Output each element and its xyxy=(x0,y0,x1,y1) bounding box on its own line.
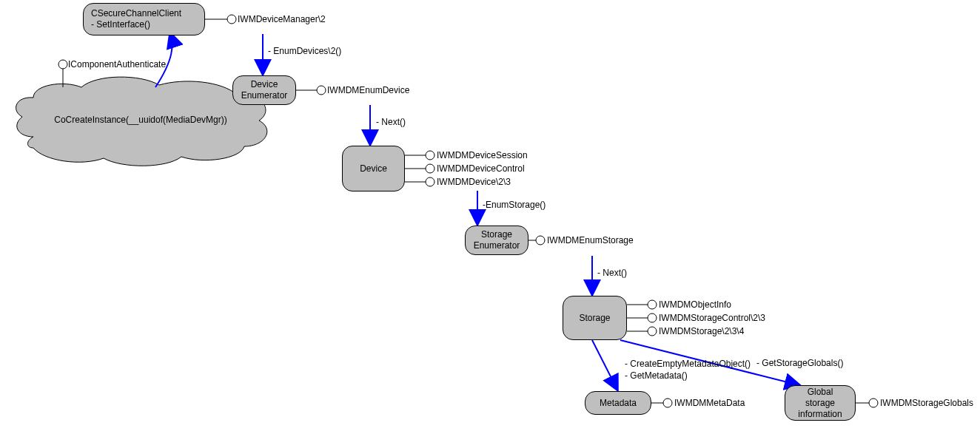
iface-devcontrol: IWMDMDeviceControl xyxy=(437,163,525,174)
iface-compauth: IComponentAuthenticate xyxy=(68,59,166,69)
node-metadata: Metadata xyxy=(585,391,651,415)
iface-enumdevice: IWMDMEnumDevice xyxy=(327,85,409,95)
edge-next1: - Next() xyxy=(376,117,406,127)
lollipop-enumdevice xyxy=(317,86,326,95)
iface-enumstorage: IWMDMEnumStorage xyxy=(547,235,634,245)
node-storage-enumerator: Storage Enumerator xyxy=(465,226,528,255)
lollipop-storversions xyxy=(648,327,657,336)
lollipop-metadata xyxy=(663,399,672,407)
node-secure-line2: - SetInterface() xyxy=(91,19,150,30)
lollipop-storglobals xyxy=(869,399,878,407)
node-secure-line1: CSecureChannelClient xyxy=(91,8,181,19)
edge-createmeta: - CreateEmptyMetadataObject() xyxy=(625,359,751,369)
iface-storversions: IWMDMStorage\2\3\4 xyxy=(659,326,744,336)
edge-getstorglobals: - GetStorageGlobals() xyxy=(756,358,843,368)
lollipop-enumstorage xyxy=(536,236,545,245)
cloud-text: CoCreateInstance(__uuidof(MediaDevMgr)) xyxy=(44,115,237,125)
lollipop-devsession xyxy=(426,151,434,160)
lollipop-devcontrol xyxy=(426,164,434,173)
edge-next2: - Next() xyxy=(597,268,627,278)
globals-line2: storage xyxy=(805,398,835,409)
lollipop-objinfo xyxy=(648,300,657,309)
edge-getmeta: - GetMetadata() xyxy=(625,370,688,381)
iface-storcontrol: IWMDMStorageControl\2\3 xyxy=(659,313,765,323)
devenum-line2: Enumerator xyxy=(241,90,288,101)
iface-objinfo: IWMDMObjectInfo xyxy=(659,299,731,310)
iface-devmgr: IWMDeviceManager\2 xyxy=(238,14,326,24)
globals-line1: Global xyxy=(808,387,833,398)
iface-storglobals: IWMDMStorageGlobals xyxy=(880,398,973,408)
node-global-storage-info: Global storage information xyxy=(785,385,856,421)
lollipop-storcontrol xyxy=(648,313,657,322)
iface-devsession: IWMDMDeviceSession xyxy=(437,150,528,160)
devenum-line1: Device xyxy=(251,79,278,90)
arrow-createmeta xyxy=(592,340,617,390)
storage-text: Storage xyxy=(579,313,610,324)
lollipop-devmgr xyxy=(227,15,236,24)
storenum-line2: Enumerator xyxy=(474,240,520,251)
lollipop-devversions xyxy=(426,177,434,186)
node-storage: Storage xyxy=(563,296,627,340)
node-device: Device xyxy=(342,146,405,191)
lollipop-compauth xyxy=(58,60,67,69)
node-device-enumerator: Device Enumerator xyxy=(232,75,296,105)
iface-devversions: IWMDMDevice\2\3 xyxy=(437,177,511,187)
node-secure-channel-client: CSecureChannelClient - SetInterface() xyxy=(83,3,205,35)
iface-metadata: IWMDMMetaData xyxy=(674,398,745,408)
metadata-text: Metadata xyxy=(600,398,637,409)
globals-line3: information xyxy=(798,409,842,420)
device-text: Device xyxy=(360,163,387,174)
edge-enumdevices: - EnumDevices\2() xyxy=(268,46,341,56)
storenum-line1: Storage xyxy=(481,229,512,240)
edge-enumstorage: -EnumStorage() xyxy=(483,200,546,210)
